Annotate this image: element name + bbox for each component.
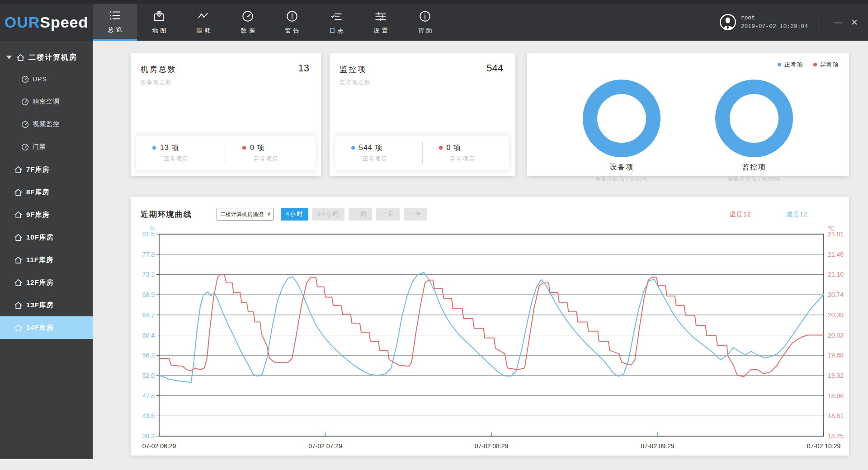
main-nav: 总览 地图 能耗 数据 警告 <box>93 4 447 41</box>
sidebar-item-7f[interactable]: 7F库房 <box>0 158 93 181</box>
sidebar-item-13f[interactable]: 13F库房 <box>0 294 93 316</box>
info-icon <box>419 10 431 23</box>
time-range-buttons: 4小时 24小时 一周 一月 一年 <box>281 208 427 221</box>
left-axis-tick-label: 56.2 <box>142 352 155 359</box>
card-subtitle: 设备项总数 <box>141 79 172 86</box>
card-title: 机房总数 <box>141 64 177 75</box>
nav-item-help[interactable]: 帮助 <box>403 4 447 41</box>
left-axis-tick-label: 64.7 <box>142 311 155 319</box>
device-items-donut: 设备项 异常占比为：0.00% <box>582 79 661 183</box>
abnormal-ring-icon <box>439 146 443 150</box>
abnormal-stat: 0 项 异常项目 <box>226 143 316 163</box>
sidebar-item-9f[interactable]: 9F库房 <box>0 203 93 226</box>
user-name: root <box>741 14 808 21</box>
log-list-icon <box>330 10 343 23</box>
sidebar-item-12f[interactable]: 12F库房 <box>0 271 93 294</box>
home-icon <box>14 165 23 174</box>
energy-curve-icon <box>197 10 210 23</box>
rooms-total-card: 机房总数 13 设备项总数 13 项 正常项目 0 项 异常项目 <box>131 53 321 176</box>
sidebar-item-8f[interactable]: 8F库房 <box>0 181 93 203</box>
nav-item-alerts[interactable]: 警告 <box>270 4 314 41</box>
donut-legend: 正常项 异常项 <box>778 61 839 69</box>
legend-humidity[interactable]: 湿度12 <box>786 211 808 219</box>
card-value: 13 <box>298 62 309 74</box>
close-button[interactable]: ✕ <box>846 17 863 28</box>
legend-temperature[interactable]: 温度12 <box>730 211 751 219</box>
nav-label: 设置 <box>374 27 390 35</box>
right-axis-tick-label: 18.25 <box>828 432 844 440</box>
alert-exclamation-icon <box>286 10 298 23</box>
nav-label: 日志 <box>330 27 346 35</box>
sidebar-item-access-control[interactable]: 门禁 <box>0 136 93 158</box>
gauge-icon <box>21 75 29 83</box>
left-axis-tick-label: 39.3 <box>142 432 155 440</box>
nav-item-data[interactable]: 数据 <box>226 4 270 41</box>
sidebar-item-precision-ac[interactable]: 精密空调 <box>0 90 93 113</box>
left-axis-tick-label: 77.3 <box>142 251 155 258</box>
list-overview-icon <box>108 9 121 22</box>
card-title: 监控项 <box>340 64 367 75</box>
right-axis-unit: ℃ <box>828 225 835 232</box>
legend-normal[interactable]: 正常项 <box>778 61 803 69</box>
sidebar-group-label: 二楼计算机房 <box>28 53 77 62</box>
left-axis-unit: % <box>149 225 155 232</box>
sidebar-item-10f[interactable]: 10F库房 <box>0 226 93 249</box>
nav-item-settings[interactable]: 设置 <box>359 4 403 41</box>
environment-chart-panel: 近期环境曲线 二楼计算机房温湿环 ∨ 4小时 24小时 一周 一月 一年 温度1… <box>131 197 849 456</box>
nav-item-energy[interactable]: 能耗 <box>181 4 226 41</box>
stat-strip: 13 项 正常项目 0 项 异常项目 <box>136 136 316 170</box>
gauge-icon <box>21 98 29 106</box>
minimize-button[interactable]: — <box>830 17 846 27</box>
nav-item-overview[interactable]: 总览 <box>93 4 137 41</box>
logo-text-speed: Speed <box>40 14 88 31</box>
range-button-month[interactable]: 一月 <box>376 208 400 221</box>
legend-abnormal[interactable]: 异常项 <box>813 61 839 69</box>
sidebar-item-11f[interactable]: 11F库房 <box>0 249 93 271</box>
right-axis-tick-label: 20.39 <box>828 311 844 319</box>
range-button-week[interactable]: 一周 <box>349 208 372 221</box>
sidebar-item-ups[interactable]: UPS <box>0 68 93 90</box>
left-axis-tick-label: 47.8 <box>142 392 155 400</box>
nav-label: 地图 <box>152 27 169 35</box>
left-axis-tick-label: 43.6 <box>142 412 155 419</box>
right-axis-tick-label: 19.68 <box>828 352 844 359</box>
user-meta: root 2019-07-02 10:29:04 <box>741 14 808 30</box>
range-button-year[interactable]: 一年 <box>404 208 427 221</box>
donut-summary-card: 正常项 异常项 设备项 异常占比为：0.00% 监控项 异常占比为：0.00% <box>527 53 849 176</box>
user-area: root 2019-07-02 10:29:04 — ✕ <box>719 4 863 41</box>
donut-normal-arc <box>722 87 786 150</box>
x-axis-tick-label: 07-02 06:29 <box>142 442 176 450</box>
range-button-4h[interactable]: 4小时 <box>281 208 308 221</box>
nav-label: 帮助 <box>418 27 434 35</box>
normal-ring-icon <box>351 146 355 150</box>
sliders-icon <box>374 10 387 23</box>
home-icon <box>14 301 23 310</box>
sidebar-item-14f[interactable]: 14F库房 <box>0 316 93 339</box>
nav-item-map[interactable]: 地图 <box>137 4 181 41</box>
right-axis-tick-label: 21.46 <box>828 251 844 258</box>
sidebar-item-video-surveillance[interactable]: 视频监控 <box>0 113 93 136</box>
env-source-select[interactable]: 二楼计算机房温湿环 <box>217 208 274 221</box>
right-axis-tick-label: 21.10 <box>828 271 844 278</box>
user-avatar-icon[interactable] <box>719 14 736 31</box>
sidebar-group-computer-room-2f[interactable]: 二楼计算机房 <box>0 47 93 68</box>
chart-title: 近期环境曲线 <box>141 209 192 220</box>
home-icon <box>14 324 23 332</box>
range-button-24h[interactable]: 24小时 <box>312 208 344 221</box>
right-axis-tick-label: 18.96 <box>828 392 844 400</box>
left-axis-tick-label: 52.0 <box>142 372 155 379</box>
nav-item-logs[interactable]: 日志 <box>314 4 359 41</box>
normal-stat: 544 项 正常项目 <box>335 143 422 163</box>
monitor-items-card: 监控项 544 监控项总数 544 项 正常项目 0 项 异常项目 <box>330 53 515 176</box>
left-axis-tick-label: 73.1 <box>142 271 155 278</box>
nav-label: 警告 <box>285 27 302 35</box>
normal-ring-icon <box>152 146 156 150</box>
map-pin-icon <box>153 10 165 23</box>
right-axis-tick-label: 20.03 <box>828 332 844 339</box>
nav-label: 数据 <box>241 27 257 35</box>
card-subtitle: 监控项总数 <box>340 79 371 86</box>
x-axis-tick-label: 07-02 09:29 <box>641 442 675 450</box>
abnormal-ring-icon <box>813 63 817 66</box>
x-axis-tick-label: 07-02 10:29 <box>807 442 841 450</box>
x-axis-tick-label: 07-02 07:29 <box>308 442 342 450</box>
